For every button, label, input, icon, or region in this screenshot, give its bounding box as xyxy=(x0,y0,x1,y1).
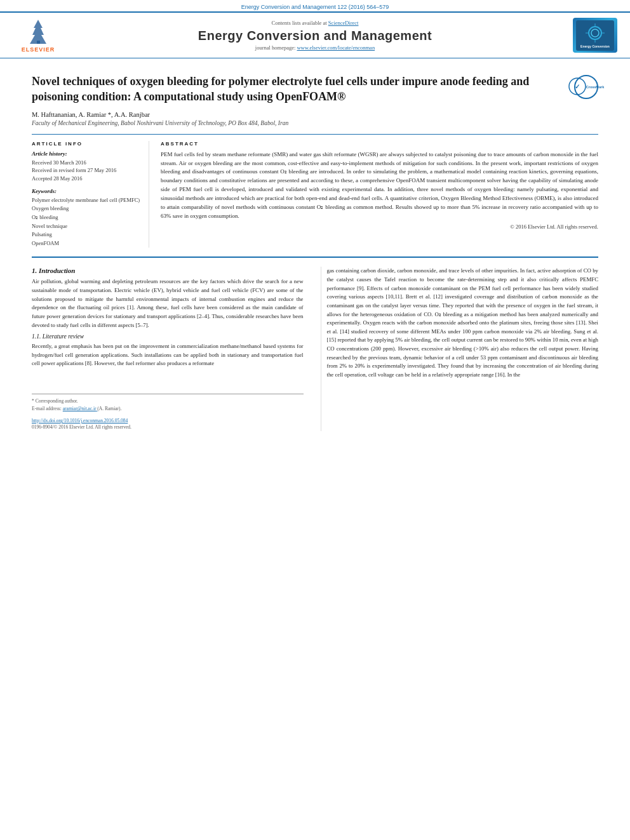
crossmark-svg: ✓ xyxy=(568,77,586,95)
crossmark-badge: ✓ CrossMark xyxy=(574,75,598,99)
history-label: Article history: xyxy=(32,150,141,157)
received-date: Received 30 March 2016 xyxy=(32,159,141,167)
body-left-col: 1. Introduction Air pollution, global wa… xyxy=(32,267,309,431)
revised-date: Received in revised form 27 May 2016 xyxy=(32,166,141,175)
article-info-col: ARTICLE INFO Article history: Received 3… xyxy=(32,141,149,248)
keyword-3: O₂ bleeding xyxy=(32,213,141,222)
elsevier-logo: ELSEVIER xyxy=(13,18,64,53)
journal-url[interactable]: www.elsevier.com/locate/enconman xyxy=(297,44,375,51)
journal-logo-right: Energy Conversion xyxy=(566,18,617,53)
journal-homepage: journal homepage: www.elsevier.com/locat… xyxy=(64,44,566,51)
section1-title: 1. Introduction xyxy=(32,267,304,274)
svg-rect-2 xyxy=(37,41,40,44)
keyword-2: Oxygen bleeding xyxy=(32,204,141,213)
keyword-6: OpenFOAM xyxy=(32,239,141,248)
email-line: E-mail address: aramiar@nit.ac.ir (A. Ra… xyxy=(32,405,304,413)
svg-text:Energy Conversion: Energy Conversion xyxy=(580,44,610,48)
footnote-area: * Corresponding author. E-mail address: … xyxy=(32,394,304,431)
crossmark-icon: ✓ CrossMark xyxy=(574,75,598,99)
ecm-logo-icon: Energy Conversion xyxy=(576,20,614,51)
corresponding-note: * Corresponding author. xyxy=(32,397,304,405)
keywords-section: Keywords: Polymer electrolyte membrane f… xyxy=(32,188,141,248)
contents-line: Contents lists available at ScienceDirec… xyxy=(64,20,566,26)
journal-title: Energy Conversion and Management xyxy=(64,29,566,43)
article-info-heading: ARTICLE INFO xyxy=(32,141,141,147)
journal-logo-box: Energy Conversion xyxy=(573,18,617,53)
authors-line: M. Hafttananian, A. Ramiar *, A.A. Ranjb… xyxy=(32,111,598,118)
elsevier-logo-icon xyxy=(21,18,56,45)
sciencedirect-link[interactable]: ScienceDirect xyxy=(328,20,359,26)
svg-text:✓: ✓ xyxy=(575,83,580,90)
journal-citation-bar: Energy Conversion and Management 122 (20… xyxy=(0,0,630,11)
section1-text1: Air pollution, global warming and deplet… xyxy=(32,277,304,330)
keyword-1: Polymer electrolyte membrane fuel cell (… xyxy=(32,196,141,205)
elsevier-wordmark: ELSEVIER xyxy=(22,46,55,53)
affiliation: Faculty of Mechanical Engineering, Babol… xyxy=(32,120,598,126)
keyword-4: Novel technique xyxy=(32,222,141,231)
section-divider xyxy=(32,257,598,258)
article-info-abstract: ARTICLE INFO Article history: Received 3… xyxy=(32,134,598,248)
doi-link[interactable]: http://dx.doi.org/10.1016/j.enconman.201… xyxy=(32,418,128,423)
abstract-heading: ABSTRACT xyxy=(161,141,598,147)
doi-line: http://dx.doi.org/10.1016/j.enconman.201… xyxy=(32,417,304,423)
article-title: Novel techniques of oxygen bleeding for … xyxy=(32,74,598,105)
abstract-text: PEM fuel cells fed by steam methane refo… xyxy=(161,150,598,222)
keyword-5: Pulsating xyxy=(32,230,141,239)
section11-text1: Recently, a great emphasis has been put … xyxy=(32,342,304,368)
email-link[interactable]: aramiar@nit.ac.ir xyxy=(63,406,98,411)
journal-header-center: Contents lists available at ScienceDirec… xyxy=(64,20,566,51)
section11-title: 1.1. Literature review xyxy=(32,333,304,340)
journal-header: ELSEVIER Contents lists available at Sci… xyxy=(0,11,630,58)
crossmark-label: CrossMark xyxy=(586,85,604,89)
main-content: ✓ CrossMark Novel techniques of oxygen b… xyxy=(0,58,630,440)
journal-citation: Energy Conversion and Management 122 (20… xyxy=(241,4,389,10)
article-history: Article history: Received 30 March 2016 … xyxy=(32,150,141,183)
accepted-date: Accepted 28 May 2016 xyxy=(32,175,141,183)
issn-line: 0196-8904/© 2016 Elsevier Ltd. All right… xyxy=(32,423,304,431)
abstract-col: ABSTRACT PEM fuel cells fed by steam met… xyxy=(161,141,598,248)
right-text1: gas containing carbon dioxide, carbon mo… xyxy=(327,267,599,379)
copyright: © 2016 Elsevier Ltd. All rights reserved… xyxy=(161,223,598,230)
keywords-label: Keywords: xyxy=(32,188,141,194)
article-title-section: ✓ CrossMark Novel techniques of oxygen b… xyxy=(32,74,598,105)
body-right-col: gas containing carbon dioxide, carbon mo… xyxy=(321,267,599,431)
body-content: 1. Introduction Air pollution, global wa… xyxy=(32,267,598,431)
